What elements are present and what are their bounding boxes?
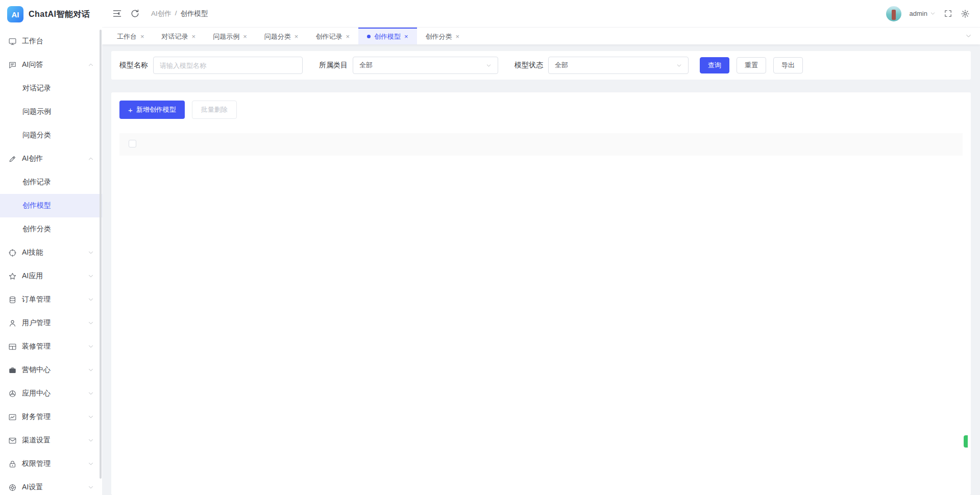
category-select[interactable]: 全部 <box>353 57 498 74</box>
status-select[interactable]: 全部 <box>548 57 689 74</box>
chat-icon <box>8 61 17 69</box>
sidebar-item-AI设置[interactable]: AI设置 <box>0 476 102 495</box>
chevron-down-icon <box>88 343 94 350</box>
topbar: AI创作 / 创作模型 admin <box>102 0 980 28</box>
sidebar-item-AI应用[interactable]: AI应用 <box>0 264 102 288</box>
sidebar-item-label: 创作分类 <box>22 225 51 234</box>
chevron-down-icon <box>486 63 492 68</box>
sidebar-item-label: 问题分类 <box>22 131 51 140</box>
model-name-label: 模型名称 <box>119 61 148 70</box>
sidebar-item-创作模型[interactable]: 创作模型 <box>0 194 102 217</box>
model-name-input[interactable] <box>153 57 303 74</box>
sidebar-item-工作台[interactable]: 工作台 <box>0 30 102 53</box>
search-button[interactable]: 查询 <box>700 57 729 73</box>
sidebar-item-问题分类[interactable]: 问题分类 <box>0 123 102 147</box>
breadcrumb-current: 创作模型 <box>181 9 208 18</box>
app-logo: AI ChatAI智能对话 <box>0 0 102 29</box>
user-menu[interactable]: admin <box>910 10 936 17</box>
tab-label: 工作台 <box>117 32 137 41</box>
content-area: 模型名称 所属类目 全部 模型状态 全部 查询 重置 导出 + <box>102 44 980 495</box>
chevron-down-icon <box>88 367 94 373</box>
chevron-down-icon <box>88 320 94 326</box>
floating-widget[interactable] <box>964 435 968 448</box>
sidebar-item-label: AI应用 <box>22 271 43 281</box>
sidebar-item-AI技能[interactable]: AI技能 <box>0 241 102 264</box>
user-icon <box>8 319 17 328</box>
lock-icon <box>8 460 17 468</box>
active-tab-dot <box>367 35 371 38</box>
chevron-down-icon <box>88 461 94 467</box>
chevron-down-icon <box>88 250 94 256</box>
chevron-down-icon <box>88 296 94 303</box>
appcenter-icon <box>8 389 17 398</box>
close-icon[interactable]: × <box>243 33 247 40</box>
sidebar-item-label: 渠道设置 <box>22 436 51 445</box>
add-model-button[interactable]: + 新增创作模型 <box>119 101 185 119</box>
sidebar-menu: 工作台AI问答对话记录问题示例问题分类AI创作创作记录创作模型创作分类AI技能A… <box>0 29 102 495</box>
sidebar-item-应用中心[interactable]: 应用中心 <box>0 382 102 405</box>
refresh-icon[interactable] <box>130 9 140 18</box>
table-panel: + 新增创作模型 批量删除 <box>111 92 971 495</box>
filter-panel: 模型名称 所属类目 全部 模型状态 全部 查询 重置 导出 <box>111 51 971 80</box>
skill-icon <box>8 249 17 257</box>
close-icon[interactable]: × <box>404 33 408 40</box>
collapse-menu-icon[interactable] <box>112 9 122 18</box>
category-select-value: 全部 <box>359 61 373 70</box>
sidebar-item-问题示例[interactable]: 问题示例 <box>0 100 102 123</box>
tab-创作分类[interactable]: 创作分类× <box>417 28 469 44</box>
breadcrumb-separator: / <box>175 9 177 18</box>
sidebar-item-用户管理[interactable]: 用户管理 <box>0 311 102 335</box>
close-icon[interactable]: × <box>140 33 144 40</box>
sidebar-item-label: 对话记录 <box>22 84 51 93</box>
chevron-down-icon <box>88 414 94 420</box>
sidebar-item-渠道设置[interactable]: 渠道设置 <box>0 429 102 452</box>
tab-label: 创作分类 <box>426 32 452 41</box>
sidebar-item-装修管理[interactable]: 装修管理 <box>0 335 102 358</box>
chevron-down-icon <box>676 63 682 68</box>
sidebar-item-AI创作[interactable]: AI创作 <box>0 147 102 170</box>
sidebar-item-创作分类[interactable]: 创作分类 <box>0 217 102 241</box>
chevron-down-icon <box>88 484 94 490</box>
tab-label: 创作模型 <box>374 32 401 41</box>
tab-对话记录[interactable]: 对话记录× <box>153 28 205 44</box>
sidebar-item-创作记录[interactable]: 创作记录 <box>0 170 102 194</box>
reset-button[interactable]: 重置 <box>737 57 766 73</box>
sidebar-item-AI问答[interactable]: AI问答 <box>0 53 102 77</box>
close-icon[interactable]: × <box>295 33 299 40</box>
aisettings-icon <box>8 483 17 492</box>
main-area: AI创作 / 创作模型 admin 工作台×对话记录×问题示例×问题分类×创作记… <box>102 0 980 495</box>
sidebar-item-权限管理[interactable]: 权限管理 <box>0 452 102 476</box>
tab-创作记录[interactable]: 创作记录× <box>307 28 358 44</box>
chevron-down-icon <box>930 11 936 16</box>
sidebar-item-对话记录[interactable]: 对话记录 <box>0 77 102 100</box>
sidebar-item-营销中心[interactable]: 营销中心 <box>0 358 102 382</box>
close-icon[interactable]: × <box>346 33 350 40</box>
select-all-checkbox[interactable] <box>129 140 136 147</box>
close-icon[interactable]: × <box>192 33 196 40</box>
chevron-up-icon <box>88 62 94 68</box>
sidebar-scrollbar[interactable] <box>100 30 102 479</box>
tab-工作台[interactable]: 工作台× <box>108 28 153 44</box>
tab-问题示例[interactable]: 问题示例× <box>204 28 256 44</box>
fullscreen-icon[interactable] <box>944 9 952 18</box>
sidebar-item-label: 工作台 <box>22 37 43 46</box>
sidebar-item-订单管理[interactable]: 订单管理 <box>0 288 102 311</box>
app-title: ChatAI智能对话 <box>29 9 90 20</box>
settings-gear-icon[interactable] <box>961 9 970 18</box>
tab-创作模型[interactable]: 创作模型× <box>358 28 417 44</box>
sidebar-item-label: AI问答 <box>22 60 43 69</box>
tab-问题分类[interactable]: 问题分类× <box>256 28 307 44</box>
pencil-icon <box>8 155 17 163</box>
sidebar-item-财务管理[interactable]: 财务管理 <box>0 405 102 429</box>
sidebar-item-label: 装修管理 <box>22 342 51 351</box>
export-button[interactable]: 导出 <box>773 57 803 73</box>
tab-label: 对话记录 <box>162 32 188 41</box>
category-label: 所属类目 <box>319 61 348 70</box>
batch-delete-button[interactable]: 批量删除 <box>192 101 237 119</box>
sidebar-item-label: 营销中心 <box>22 365 51 375</box>
close-icon[interactable]: × <box>456 33 460 40</box>
sidebar-item-label: 问题示例 <box>22 107 51 116</box>
tabs-bar: 工作台×对话记录×问题示例×问题分类×创作记录×创作模型×创作分类× <box>102 28 980 44</box>
avatar[interactable] <box>886 6 901 21</box>
tabs-overflow-chevron-icon <box>965 33 972 39</box>
